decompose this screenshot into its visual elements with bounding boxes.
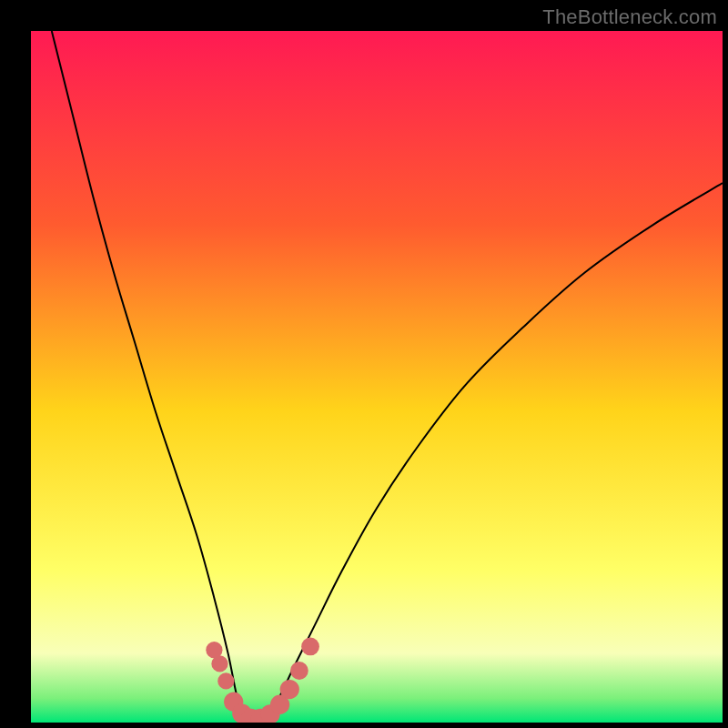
highlight-point — [211, 655, 228, 672]
watermark-label: TheBottleneck.com — [542, 5, 717, 29]
highlight-point — [280, 680, 299, 699]
chart-frame — [31, 31, 723, 723]
highlight-point — [301, 638, 319, 656]
highlight-point — [217, 672, 234, 689]
chart-svg — [31, 31, 723, 723]
chart-background — [31, 31, 723, 723]
highlight-point — [290, 662, 308, 680]
